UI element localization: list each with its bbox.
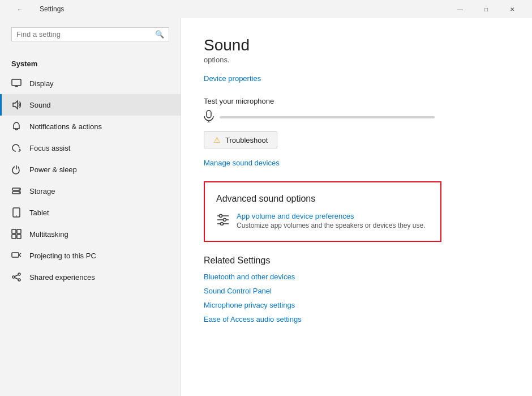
related-settings: Related Settings Bluetooth and other dev…: [204, 256, 509, 323]
window-controls: — □ ✕: [447, 0, 525, 18]
close-button[interactable]: ✕: [499, 0, 525, 18]
svg-point-22: [12, 276, 15, 278]
title-bar: ← Settings — □ ✕: [0, 0, 532, 18]
projecting-icon: [11, 250, 22, 261]
projecting-label: Projecting to this PC: [29, 252, 96, 260]
related-link-2[interactable]: Microphone privacy settings: [204, 301, 509, 309]
advanced-sound-options-box: Advanced sound options App volume and de…: [204, 181, 441, 242]
svg-line-23: [15, 275, 18, 276]
mic-row: [204, 110, 509, 125]
sidebar-item-storage[interactable]: Storage: [0, 180, 181, 202]
sound-icon: [11, 100, 22, 110]
sidebar-item-multitasking[interactable]: Multitasking: [0, 223, 181, 245]
page-title: Sound: [204, 36, 509, 54]
troubleshoot-label: Troubleshoot: [225, 136, 268, 144]
app-title: Settings: [40, 5, 64, 13]
microphone-icon: [204, 110, 214, 125]
svg-rect-16: [17, 235, 21, 239]
svg-point-10: [19, 192, 20, 193]
sidebar: 🔍 System Display Sound: [0, 18, 181, 396]
svg-rect-13: [12, 229, 16, 233]
svg-rect-15: [12, 235, 16, 239]
related-links-list: Bluetooth and other devices Sound Contro…: [204, 272, 509, 323]
svg-marker-3: [13, 101, 18, 109]
page-subtitle: options.: [204, 56, 509, 64]
sidebar-item-display[interactable]: Display: [0, 73, 181, 94]
related-link-3[interactable]: Ease of Access audio settings: [204, 315, 509, 323]
tablet-icon: [11, 207, 22, 218]
shared-icon: [11, 272, 22, 282]
main-content: Sound options. Device properties Test yo…: [181, 18, 532, 396]
svg-point-12: [16, 215, 17, 216]
search-box[interactable]: 🔍: [11, 27, 169, 41]
sidebar-header: 🔍: [0, 18, 181, 55]
mic-level-track: [220, 116, 435, 118]
svg-rect-0: [12, 79, 21, 86]
sidebar-item-notifications[interactable]: Notifications & actions: [0, 116, 181, 137]
search-input[interactable]: [16, 30, 155, 39]
storage-icon: [11, 186, 22, 196]
advanced-option-text: App volume and device preferences Custom…: [237, 212, 426, 229]
sidebar-item-tablet[interactable]: Tablet: [0, 202, 181, 223]
multitasking-label: Multitasking: [29, 230, 68, 239]
svg-point-20: [18, 273, 20, 275]
advanced-option[interactable]: App volume and device preferences Custom…: [216, 212, 429, 229]
search-icon: 🔍: [155, 30, 164, 39]
notifications-icon: [11, 121, 22, 131]
sidebar-item-sound[interactable]: Sound: [0, 94, 181, 116]
sidebar-item-projecting[interactable]: Projecting to this PC: [0, 245, 181, 266]
mic-section-label: Test your microphone: [204, 97, 509, 105]
multitasking-icon: [11, 229, 22, 239]
sidebar-section-title: System: [0, 55, 181, 73]
svg-rect-25: [207, 110, 211, 118]
maximize-button[interactable]: □: [473, 0, 499, 18]
svg-rect-14: [17, 229, 21, 233]
svg-point-31: [224, 219, 226, 222]
power-icon: [11, 164, 22, 174]
sound-label: Sound: [29, 101, 51, 109]
device-properties-link[interactable]: Device properties: [204, 74, 261, 83]
sidebar-item-focus[interactable]: Focus assist: [0, 137, 181, 159]
mixer-icon: [216, 213, 230, 228]
shared-label: Shared experiences: [29, 273, 95, 282]
svg-line-24: [15, 278, 18, 279]
sidebar-item-shared[interactable]: Shared experiences: [0, 266, 181, 288]
notifications-label: Notifications & actions: [29, 122, 102, 131]
minimize-button[interactable]: —: [447, 0, 473, 18]
related-link-1[interactable]: Sound Control Panel: [204, 287, 509, 295]
display-icon: [11, 78, 22, 88]
svg-point-21: [18, 279, 20, 281]
focus-icon: [11, 143, 22, 153]
svg-point-9: [19, 189, 20, 190]
power-label: Power & sleep: [29, 165, 77, 174]
advanced-option-desc: Customize app volumes and the speakers o…: [237, 222, 426, 229]
display-label: Display: [29, 79, 54, 88]
manage-link-container: Manage sound devices: [204, 157, 509, 168]
warning-icon: ⚠: [213, 135, 221, 144]
svg-rect-17: [12, 253, 19, 257]
tablet-label: Tablet: [29, 208, 49, 217]
focus-label: Focus assist: [29, 144, 70, 152]
related-settings-title: Related Settings: [204, 256, 509, 266]
manage-sound-link[interactable]: Manage sound devices: [204, 159, 280, 167]
troubleshoot-button[interactable]: ⚠ Troubleshoot: [204, 131, 277, 148]
back-button[interactable]: ←: [7, 0, 33, 18]
sidebar-item-power[interactable]: Power & sleep: [0, 159, 181, 180]
app-body: 🔍 System Display Sound: [0, 18, 532, 396]
svg-point-33: [221, 223, 224, 225]
storage-label: Storage: [29, 187, 55, 195]
svg-point-29: [220, 215, 222, 218]
advanced-box-title: Advanced sound options: [216, 194, 429, 204]
related-link-0[interactable]: Bluetooth and other devices: [204, 272, 509, 281]
advanced-option-name[interactable]: App volume and device preferences: [237, 212, 426, 220]
